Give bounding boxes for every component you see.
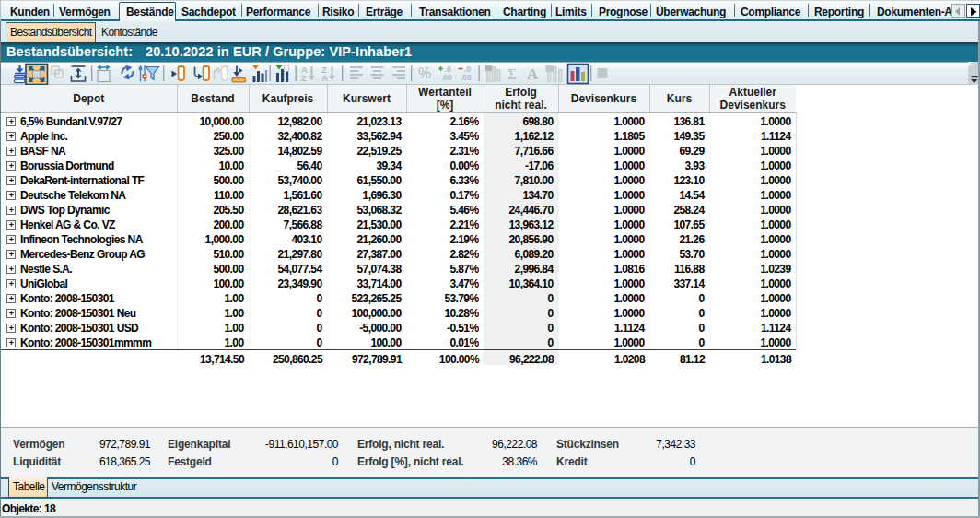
svg-text:Σ: Σ — [508, 65, 517, 83]
svg-text:A: A — [321, 73, 328, 83]
svg-text:.00: .00 — [441, 73, 452, 82]
svg-text:.00: .00 — [461, 73, 472, 82]
svg-text:%: % — [418, 65, 431, 81]
svg-text:Z: Z — [301, 73, 307, 83]
svg-text:A: A — [527, 65, 539, 83]
